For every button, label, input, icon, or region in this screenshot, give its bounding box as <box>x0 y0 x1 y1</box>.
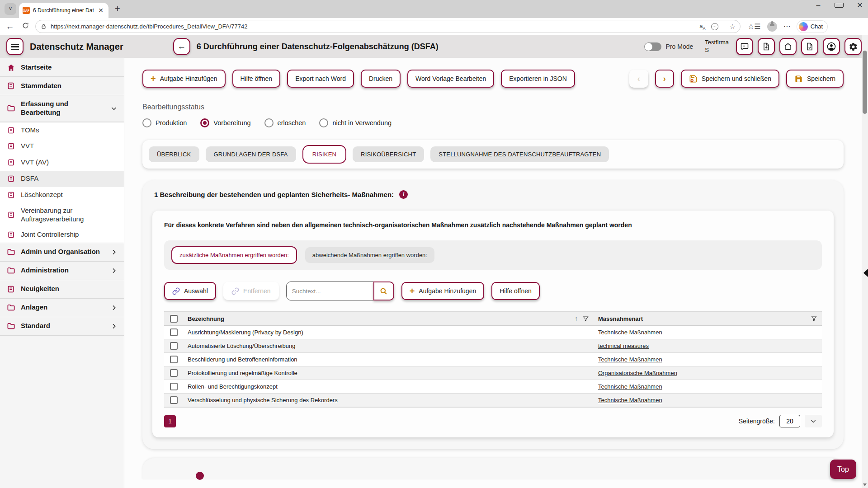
browser-tab[interactable]: XAF 6 Durchführung einer Datenschutz ✕ <box>19 3 108 18</box>
sidebar-item-anlagen[interactable]: Anlagen <box>0 299 124 317</box>
row-checkbox[interactable] <box>170 342 178 350</box>
new-document-button[interactable] <box>758 38 775 55</box>
sidebar-item-toms[interactable]: TOMs <box>0 122 124 138</box>
sidebar-item-admin-und-organisation[interactable]: Admin und Organisation <box>0 243 124 262</box>
radio-produktion[interactable]: Produktion <box>142 118 187 127</box>
tab-ueberblick[interactable]: ÜBERBLICK <box>149 146 199 162</box>
row-checkbox[interactable] <box>170 396 178 404</box>
row-checkbox[interactable] <box>170 356 178 363</box>
add-task-button[interactable]: +Aufgabe Hinzufügen <box>142 70 226 88</box>
sidebar-item-vereinbarung-zur-auftragsverarbeitung[interactable]: Vereinbarung zur Auftragsverarbeitung <box>0 203 124 227</box>
next-record-button[interactable]: › <box>655 70 674 88</box>
export-word-button[interactable]: Export nach Word <box>287 70 354 88</box>
window-close-button[interactable]: ✕ <box>855 1 864 9</box>
save-and-close-button[interactable]: Speichern und schließen <box>681 70 779 88</box>
add-task-button[interactable]: +Aufgabe Hinzufügen <box>401 282 485 300</box>
edit-word-template-button[interactable]: Word Vorlage Bearbeiten <box>407 70 494 88</box>
search-input[interactable] <box>286 282 374 300</box>
back-button[interactable]: ← <box>173 38 190 55</box>
radio-nicht-in-verwendung[interactable]: nicht in Verwendung <box>319 118 392 127</box>
favorites-icon[interactable]: ☆☰ <box>748 22 761 31</box>
select-all-checkbox[interactable] <box>170 315 178 323</box>
tab-risikouebersicht[interactable]: RISIKOÜBERSICHT <box>353 146 424 162</box>
scrollbar-thumb[interactable] <box>863 51 867 114</box>
sidebar-item-loeschkonzept[interactable]: Löschkonzept <box>0 187 124 203</box>
address-bar[interactable]: https://next.manager-datenschutz.de/tblP… <box>35 20 741 33</box>
sort-ascending-icon[interactable]: ↑ <box>575 315 578 322</box>
sidebar-item-vvt[interactable]: VVT <box>0 138 124 155</box>
save-button[interactable]: Speichern <box>786 70 844 88</box>
sidebar-item-standard[interactable]: Standard <box>0 317 124 336</box>
tab-grundlagen-der-dsfa[interactable]: GRUNDLAGEN DER DSFA <box>206 146 296 162</box>
toggle-zusaetzliche-massnahmen[interactable]: zusätzliche Maßnahmen ergriffen worden: <box>171 246 297 264</box>
plus-icon: + <box>410 286 415 296</box>
open-help-button[interactable]: Hilfe öffnen <box>491 282 540 300</box>
open-help-button[interactable]: Hilfe öffnen <box>232 70 281 88</box>
scrollbar-down-arrow[interactable] <box>863 483 867 486</box>
hamburger-menu-button[interactable] <box>6 38 24 55</box>
window-minimize-button[interactable]: – <box>814 1 823 9</box>
page-size-input[interactable] <box>779 415 800 427</box>
sidebar-item-erfassung-und-bearbeitung[interactable]: Erfassung und Bearbeitung <box>0 95 124 122</box>
page-title: 6 Durchführung einer Datenschutz-Folgena… <box>197 42 439 52</box>
browser-profile-avatar[interactable] <box>767 22 777 32</box>
bookmark-star-icon[interactable]: ☆ <box>730 23 736 31</box>
window-restore-button[interactable] <box>835 1 844 9</box>
print-button[interactable]: Drucken <box>361 70 401 88</box>
measure-type-link[interactable]: Technische Maßnahmen <box>598 383 662 390</box>
browser-back-icon[interactable]: ← <box>5 22 15 32</box>
copilot-chat-button[interactable]: Chat <box>797 21 827 33</box>
search-button[interactable] <box>373 282 394 300</box>
export-json-button[interactable]: Exportieren in JSON <box>501 70 575 88</box>
sidebar-item-vvt-av[interactable]: VVT (AV) <box>0 155 124 171</box>
pro-mode-toggle[interactable] <box>644 42 661 51</box>
tab-stellungnahme[interactable]: STELLUNGNAHME DES DATENSCHUTZBEAUFTRAGTE… <box>430 146 609 162</box>
page-size-dropdown[interactable] <box>805 415 822 427</box>
profile-button[interactable] <box>823 38 840 55</box>
comment-icon <box>740 42 749 51</box>
settings-button[interactable] <box>844 38 862 55</box>
browser-refresh-icon[interactable] <box>20 22 31 32</box>
measure-type-link[interactable]: technical measures <box>598 343 649 349</box>
sidebar-item-stammdaten[interactable]: Stammdaten <box>0 77 124 95</box>
select-button[interactable]: Auswahl <box>164 282 216 300</box>
tasks-button[interactable] <box>801 38 818 55</box>
sidebar-item-neuigkeiten[interactable]: Neuigkeiten <box>0 280 124 299</box>
remove-button: Entfernen <box>223 282 279 300</box>
panel-collapse-arrow-icon[interactable] <box>863 269 868 277</box>
filter-icon[interactable] <box>582 315 589 322</box>
info-icon[interactable]: i <box>399 190 408 199</box>
chevron-down-icon <box>810 418 817 425</box>
new-tab-button[interactable]: + <box>115 4 120 14</box>
feedback-button[interactable] <box>736 38 753 55</box>
sidebar-item-dsfa[interactable]: DSFA <box>0 171 124 187</box>
tab-risiken[interactable]: RISIKEN <box>302 145 346 164</box>
row-checkbox[interactable] <box>170 328 178 336</box>
table-row: Verschlüsselung und physische Sicherung … <box>164 394 822 407</box>
page-number-button[interactable]: 1 <box>164 415 176 427</box>
radio-vorbereitung[interactable]: Vorbereitung <box>200 118 250 127</box>
sidebar-item-administration[interactable]: Administration <box>0 262 124 280</box>
site-favicon: XAF <box>23 7 30 14</box>
sidebar-item-startseite[interactable]: Startseite <box>0 58 124 77</box>
translate-icon[interactable]: aA <box>699 23 705 31</box>
sidebar: Startseite Stammdaten Erfassung und Bear… <box>0 58 124 488</box>
measure-type-link[interactable]: Technische Maßnahmen <box>598 397 662 404</box>
row-checkbox[interactable] <box>170 383 178 390</box>
tab-close-icon[interactable]: ✕ <box>97 7 105 14</box>
main-content: +Aufgabe Hinzufügen Hilfe öffnen Export … <box>124 58 868 488</box>
row-checkbox[interactable] <box>170 369 178 377</box>
measure-type-link[interactable]: Technische Maßnahmen <box>598 356 662 363</box>
toggle-abweichende-massnahmen[interactable]: abweichende Maßnahmen ergriffen worden: <box>305 247 434 263</box>
home-button[interactable] <box>779 38 797 55</box>
measure-type-link[interactable]: Technische Maßnahmen <box>598 329 662 336</box>
scroll-to-top-button[interactable]: Top <box>830 460 856 479</box>
more-tools-icon[interactable]: ⋯ <box>711 23 718 30</box>
tab-search-chevron-icon[interactable]: ˅ <box>5 3 16 15</box>
browser-menu-icon[interactable]: ⋯ <box>783 22 791 31</box>
measure-type-link[interactable]: Organisatorische Maßnahmen <box>598 370 677 376</box>
page-scrollbar[interactable] <box>862 35 868 488</box>
radio-erloschen[interactable]: erloschen <box>264 118 306 127</box>
filter-icon[interactable] <box>811 315 817 322</box>
sidebar-item-joint-controllership[interactable]: Joint Controllership <box>0 227 124 243</box>
